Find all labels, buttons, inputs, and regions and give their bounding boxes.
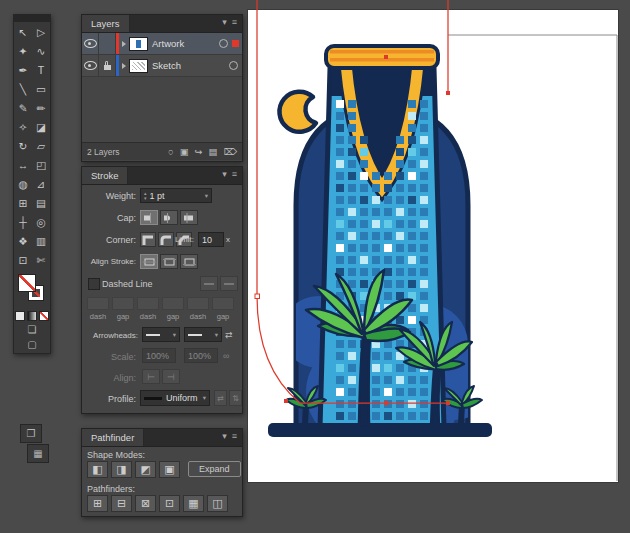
visibility-toggle[interactable] — [82, 33, 99, 54]
expand-triangle-icon[interactable] — [122, 41, 126, 47]
layer-name[interactable]: Sketch — [152, 60, 181, 71]
limit-field[interactable]: 10 — [198, 232, 224, 247]
visibility-toggle[interactable] — [82, 55, 99, 76]
new-sublayer-icon[interactable]: ↪ — [195, 147, 203, 157]
pencil-tool[interactable]: ✏ — [32, 98, 50, 117]
locate-object-icon[interactable]: ○ — [168, 147, 174, 157]
dash-gap-label: gap — [161, 312, 185, 321]
expand-button[interactable]: Expand — [188, 461, 241, 477]
canvas-area[interactable] — [248, 0, 630, 533]
collapse-icon[interactable]: ▾ — [222, 18, 227, 32]
column-graph-tool[interactable]: ▥ — [32, 231, 50, 250]
divide-button[interactable]: ⊞ — [87, 495, 108, 512]
lock-toggle[interactable] — [99, 55, 116, 76]
draw-mode-button[interactable]: ❏ — [28, 324, 37, 335]
tools-panel-grip[interactable] — [14, 15, 50, 22]
pen-tool[interactable]: ✒ — [14, 60, 32, 79]
panel-menu-icon[interactable]: ≡ — [232, 432, 237, 446]
align-stroke-inside-button[interactable] — [160, 254, 178, 269]
grid-icon: ▦ — [33, 448, 42, 459]
shape-builder-tool[interactable]: ◍ — [14, 174, 32, 193]
exclude-button[interactable]: ▣ — [159, 461, 180, 478]
rectangle-tool[interactable]: ▭ — [32, 79, 50, 98]
panel-menu-icon[interactable]: ≡ — [232, 18, 237, 32]
dock-panel-icon[interactable]: ❐ — [20, 424, 42, 443]
scale-tool[interactable]: ▱ — [32, 136, 50, 155]
profile-select[interactable]: Uniform ▾ — [140, 390, 210, 406]
profile-uniform-icon — [144, 397, 162, 400]
align-stroke-center-button[interactable] — [140, 254, 158, 269]
artboard-tool[interactable]: ⊡ — [14, 250, 32, 269]
tab-pathfinder[interactable]: Pathfinder — [82, 429, 144, 446]
merge-button[interactable]: ⊠ — [135, 495, 156, 512]
layer-name[interactable]: Artwork — [152, 38, 184, 49]
lasso-tool[interactable]: ∿ — [32, 41, 50, 60]
symbol-sprayer-tool[interactable]: ❖ — [14, 231, 32, 250]
layer-row-artwork[interactable]: Artwork — [82, 33, 242, 55]
minus-back-button[interactable]: ◫ — [207, 495, 228, 512]
paintbrush-tool[interactable]: ✎ — [14, 98, 32, 117]
lock-toggle[interactable] — [99, 33, 116, 54]
dash-value-field — [112, 297, 134, 310]
target-icon[interactable] — [229, 61, 238, 70]
new-layer-icon[interactable]: ▤ — [209, 147, 218, 157]
cap-butt-button[interactable] — [140, 210, 158, 225]
panel-menu-icon[interactable]: ≡ — [232, 170, 237, 184]
dropdown-icon[interactable]: ▾ — [205, 192, 208, 200]
selection-tool[interactable]: ↖ — [14, 22, 32, 41]
none-button[interactable] — [39, 311, 49, 321]
layer-row-sketch[interactable]: Sketch — [82, 55, 242, 77]
slice-tool[interactable]: ✄ — [32, 250, 50, 269]
selection-indicator[interactable] — [232, 40, 239, 47]
layer-thumbnail[interactable] — [129, 59, 148, 73]
gradient-button[interactable] — [27, 311, 37, 321]
tab-layers[interactable]: Layers — [82, 15, 130, 32]
layers-bottom-icons: ○▣↪▤⌦ — [168, 147, 237, 157]
type-tool[interactable]: T — [32, 60, 50, 79]
line-segment-tool[interactable]: ╲ — [14, 79, 32, 98]
gradient-tool[interactable]: ▤ — [32, 193, 50, 212]
collapse-icon[interactable]: ▾ — [222, 432, 227, 446]
step-down-icon[interactable]: ▾ — [144, 196, 147, 201]
swap-arrowheads-icon[interactable]: ⇄ — [225, 330, 237, 340]
collapse-icon[interactable]: ▾ — [222, 170, 227, 184]
cap-round-button[interactable] — [160, 210, 178, 225]
layer-thumbnail[interactable] — [129, 37, 148, 51]
shaper-tool[interactable]: ✧ — [14, 117, 32, 136]
delete-layer-icon[interactable]: ⌦ — [224, 147, 237, 157]
dropdown-icon[interactable]: ▾ — [215, 331, 218, 339]
arrowhead-start-select[interactable]: ▾ — [142, 327, 180, 342]
width-tool[interactable]: ↔ — [14, 155, 32, 174]
tab-stroke[interactable]: Stroke — [82, 167, 128, 184]
dropdown-icon[interactable]: ▾ — [173, 331, 176, 339]
eyedropper-tool[interactable]: ┼ — [14, 212, 32, 231]
unite-button[interactable]: ◧ — [87, 461, 108, 478]
magic-wand-tool[interactable]: ✦ — [14, 41, 32, 60]
trim-button[interactable]: ⊟ — [111, 495, 132, 512]
eraser-tool[interactable]: ◪ — [32, 117, 50, 136]
screen-mode-button[interactable]: ▢ — [27, 339, 36, 350]
minus-front-button[interactable]: ◨ — [111, 461, 132, 478]
rotate-tool[interactable]: ↻ — [14, 136, 32, 155]
clipping-mask-icon[interactable]: ▣ — [180, 147, 189, 157]
cap-projecting-button[interactable] — [180, 210, 198, 225]
direct-selection-tool[interactable]: ▷ — [32, 22, 50, 41]
outline-button[interactable]: ▦ — [183, 495, 204, 512]
dashed-line-checkbox[interactable] — [88, 278, 100, 290]
corner-miter-button[interactable] — [140, 232, 156, 247]
arrowhead-end-select[interactable]: ▾ — [184, 327, 222, 342]
perspective-grid-tool[interactable]: ⊿ — [32, 174, 50, 193]
expand-triangle-icon[interactable] — [122, 63, 126, 69]
weight-field[interactable]: ▴▾ 1 pt ▾ — [140, 188, 212, 203]
crop-button[interactable]: ⊡ — [159, 495, 180, 512]
mesh-tool[interactable]: ⊞ — [14, 193, 32, 212]
blend-tool[interactable]: ◎ — [32, 212, 50, 231]
fill-swatch[interactable] — [18, 274, 36, 292]
free-transform-tool[interactable]: ◰ — [32, 155, 50, 174]
dock-grid-icon[interactable]: ▦ — [27, 444, 49, 463]
dropdown-icon[interactable]: ▾ — [203, 394, 206, 402]
intersect-button[interactable]: ◩ — [135, 461, 156, 478]
align-stroke-outside-button[interactable] — [180, 254, 198, 269]
color-button[interactable] — [15, 311, 25, 321]
target-icon[interactable] — [219, 39, 228, 48]
